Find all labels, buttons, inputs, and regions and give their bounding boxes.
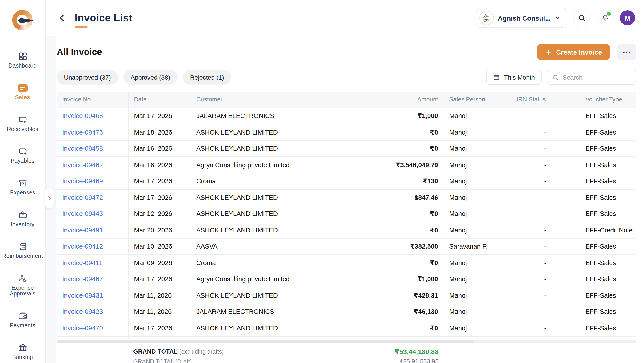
table-row: Invoice-09472 Mar 17, 2026 ASHOK LEYLAND… [57,190,636,206]
chevron-down-icon [554,15,561,21]
invoice-link[interactable]: Invoice-09462 [62,161,103,169]
notifications-button[interactable] [596,9,614,26]
date-cell: Mar 16, 2026 [128,141,191,156]
customer-cell: JALARAM ELECTRONICS [191,304,389,320]
scrollbar-thumb[interactable] [57,340,474,343]
table-row: Invoice-09458 Mar 16, 2026 ASHOK LEYLAND… [57,141,636,157]
column-header-voucher-type[interactable]: Voucher Type [580,92,636,107]
column-header-amount[interactable]: Amount [389,92,444,107]
company-logo: agrya [480,11,494,25]
salesperson-cell: Manoj [444,157,511,173]
date-cell: Mar 11, 2026 [128,288,191,303]
company-selector[interactable]: agrya Agnish Consul... [476,8,567,28]
table-row: Invoice-09468 Mar 17, 2026 JALARAM ELECT… [57,108,636,124]
back-button[interactable] [57,12,68,23]
amount-cell: ₹1,000 [389,271,444,287]
search-input[interactable] [562,74,631,81]
sidebar-item-payments[interactable]: Payments [0,311,45,329]
voucher-cell: EFF-Sales [580,304,636,320]
irn-cell: - [511,288,580,303]
invoice-link[interactable]: Invoice-09431 [62,292,103,299]
invoice-link[interactable]: Invoice-09411 [62,259,102,266]
column-header-date[interactable]: Date [128,92,191,107]
sidebar-item-banking[interactable]: Banking [0,343,45,360]
voucher-cell: EFF-Sales [580,288,636,303]
voucher-cell: EFF-Credit Note [580,222,636,238]
date-filter-label: This Month [504,74,535,81]
filter-row: Unapproved (37) Approved (38) Rejected (… [57,70,636,85]
invoice-link[interactable]: Invoice-09470 [62,325,103,332]
irn-cell: - [511,304,580,320]
invoice-list-panel: All Invoice Create Invoice [56,36,644,363]
column-header-irn-status[interactable]: IRN Status [511,92,580,107]
amount-cell: ₹3,548,049.79 [389,157,444,173]
invoice-link[interactable]: Invoice-09443 [62,210,103,218]
chevron-left-icon [58,13,67,22]
irn-cell: - [511,173,580,189]
topbar-right: agrya Agnish Consul... [476,8,635,28]
filter-rejected[interactable]: Rejected (1) [183,70,232,85]
table-header-row: Invoice No Date Customer Amount Sales Pe… [57,92,636,108]
invoice-link[interactable]: Invoice-09458 [62,145,103,152]
salesperson-cell: Saravanan P. [444,239,511,254]
draft-total-value: ₹85,91,533.95 [57,358,438,363]
chevron-right-icon [46,195,52,201]
archive-box-icon [17,178,28,189]
irn-cell: - [511,239,580,254]
salesperson-cell: Manoj [444,222,511,238]
invoice-link[interactable]: Invoice-09468 [62,112,103,120]
panel-title: All Invoice [57,47,102,57]
table-body: Invoice-09468 Mar 17, 2026 JALARAM ELECT… [57,108,636,337]
customer-cell: ASHOK LEYLAND LIMITED [191,222,389,238]
amount-cell: ₹0 [389,206,444,222]
invoice-link[interactable]: Invoice-09491 [62,227,103,234]
invoice-link[interactable]: Invoice-09412 [62,243,103,250]
date-cell: Mar 09, 2026 [128,255,191,271]
invoice-link[interactable]: Invoice-09467 [62,276,103,283]
column-header-customer[interactable]: Customer [191,92,389,107]
invoice-link[interactable]: Invoice-09423 [62,308,103,315]
date-cell: Mar 17, 2026 [128,190,191,205]
voucher-cell: EFF-Sales [580,141,636,156]
sidebar-nav: Dashboard Sales [0,41,45,360]
irn-cell: - [511,108,580,124]
invoice-link[interactable]: Invoice-09472 [62,194,103,201]
sidebar-item-label: Banking [12,355,33,360]
sidebar-item-dashboard[interactable]: Dashboard [0,51,45,69]
global-search-button[interactable] [573,9,590,26]
table-row: Invoice-09467 Mar 17, 2026 Agrya Consult… [57,271,636,288]
salesperson-cell: Manoj [444,320,511,336]
irn-cell: - [511,320,580,336]
salesperson-cell: Manoj [444,206,511,222]
sidebar-item-expense-approvals[interactable]: Expense Approvals [0,273,45,297]
sidebar-expand-button[interactable] [45,188,54,209]
customer-cell: ASHOK LEYLAND LIMITED [191,141,389,156]
ellipsis-icon [622,51,630,53]
dashboard-grid-icon [17,51,28,62]
amount-cell: ₹382,500 [389,239,444,254]
filter-approved[interactable]: Approved (38) [124,70,177,85]
avatar[interactable]: M [620,10,635,25]
column-header-invoice-no[interactable]: Invoice No [57,92,128,107]
invoice-link[interactable]: Invoice-09469 [62,178,103,185]
amount-cell: ₹0 [389,124,444,140]
customer-cell: ASHOK LEYLAND LIMITED [191,190,389,205]
sidebar-item-expenses[interactable]: Expenses [0,178,45,196]
create-invoice-button[interactable]: Create Invoice [537,44,610,60]
sidebar-item-payables[interactable]: Payables [0,146,45,164]
date-filter-button[interactable]: This Month [486,70,542,85]
sidebar-item-reimbursement[interactable]: Reimbursement [0,241,45,259]
voucher-cell: EFF-Sales [580,124,636,140]
amount-cell: ₹0 [389,222,444,238]
amount-cell: ₹46,130 [389,304,444,320]
sidebar-item-label: Sales [15,95,30,101]
more-options-button[interactable] [617,44,636,60]
sidebar-item-inventory[interactable]: Inventory [0,210,45,228]
sidebar-item-sales[interactable]: Sales [0,83,45,101]
filter-unapproved[interactable]: Unapproved (37) [57,70,118,85]
sidebar-item-receivables[interactable]: Receivables [0,114,45,132]
date-cell: Mar 18, 2026 [128,124,191,140]
invoice-link[interactable]: Invoice-09476 [62,129,103,136]
grand-total-line: GRAND TOTAL (excluding drafts) ₹53,44,18… [57,347,636,357]
column-header-sales-person[interactable]: Sales Person [444,92,511,107]
